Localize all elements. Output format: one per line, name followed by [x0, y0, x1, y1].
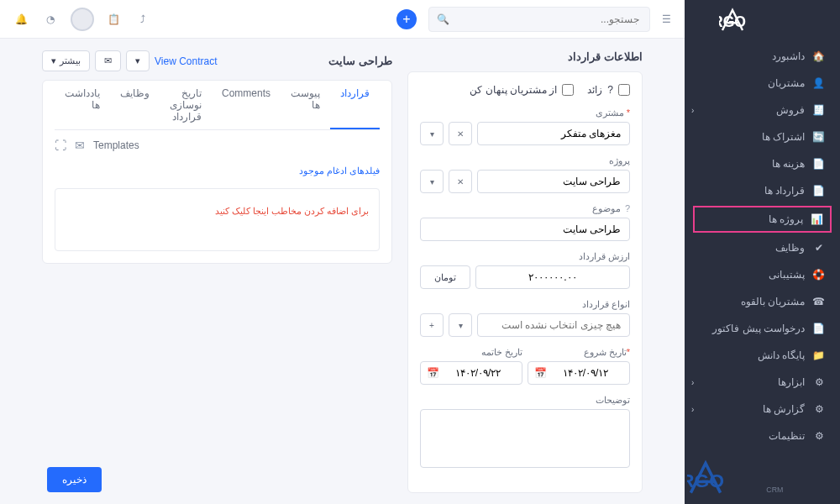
- sidebar-item-label: پشتیبانی: [769, 269, 805, 281]
- end-date-input[interactable]: [420, 361, 522, 385]
- start-date-input[interactable]: [528, 361, 630, 385]
- topbar: ☰ 🔍 + ⤴ 📋 ◔ 🔔: [0, 0, 685, 39]
- sidebar: RGO 🏠داشبورد👤مشتریان‹🧾فروش🔄اشتراک ها📄هزی…: [685, 0, 840, 504]
- svg-text:RGO: RGO: [719, 13, 746, 30]
- tab-4[interactable]: وظایف: [110, 81, 160, 129]
- mail-icon[interactable]: ✉: [75, 139, 85, 152]
- subject-input[interactable]: [420, 218, 630, 241]
- gear-icon: ⚙: [813, 376, 825, 388]
- value-input[interactable]: [475, 265, 630, 289]
- tab-3[interactable]: تاریخ نوسازی قرارداد: [160, 81, 212, 129]
- customer-select[interactable]: [477, 122, 630, 145]
- sidebar-item-label: پایگاه دانش: [758, 349, 805, 361]
- chevron-left-icon: ‹: [691, 378, 694, 387]
- merge-fields-link[interactable]: فیلدهای ادغام موجود: [55, 160, 380, 181]
- gear-icon: ⚙: [813, 403, 825, 415]
- sidebar-item-label: هزینه ها: [772, 158, 805, 170]
- currency-unit: تومان: [420, 265, 470, 289]
- hide-checkbox-label[interactable]: از مشتریان پنهان کن: [470, 84, 574, 96]
- support-icon: 🛟: [813, 269, 825, 281]
- chevron-left-icon: ‹: [691, 106, 694, 115]
- sidebar-item-8[interactable]: 🛟پشتیبانی: [685, 261, 840, 288]
- sidebar-item-10[interactable]: 📄درخواست پیش فاکتور: [685, 315, 840, 342]
- value-label: ارزش قرارداد: [420, 251, 630, 262]
- customer-chevron-icon[interactable]: ▾: [420, 122, 444, 145]
- sidebar-item-label: اشتراک ها: [762, 131, 805, 143]
- sidebar-item-6[interactable]: 📊پروژه ها: [693, 206, 832, 233]
- tab-1[interactable]: پیوست ها: [281, 81, 330, 129]
- project-label: پروژه: [420, 155, 630, 166]
- sidebar-item-4[interactable]: 📄هزینه ها: [685, 150, 840, 177]
- file-icon: 📄: [813, 323, 825, 334]
- mail-button[interactable]: ✉: [95, 50, 121, 71]
- end-date-label: تاریخ خاتمه: [420, 347, 522, 358]
- project-select[interactable]: [477, 170, 630, 193]
- search-icon: 🔍: [437, 13, 449, 25]
- filter-icon[interactable]: ☰: [662, 13, 671, 25]
- brand-logo: RGO: [685, 0, 840, 43]
- check-icon: ✔: [813, 242, 825, 254]
- save-button[interactable]: ذخیره: [47, 467, 102, 492]
- sidebar-item-label: پروژه ها: [769, 213, 803, 225]
- sidebar-item-label: مشتریان بالقوه: [741, 296, 805, 307]
- svg-text:RGO: RGO: [687, 470, 724, 491]
- sidebar-item-label: داشبورد: [772, 50, 805, 62]
- add-button[interactable]: +: [396, 9, 417, 29]
- file-icon: 📄: [813, 185, 825, 197]
- avatar[interactable]: [71, 8, 94, 31]
- folder-icon: 📁: [813, 349, 825, 361]
- tab-0[interactable]: قرارداد: [330, 81, 380, 129]
- project-chevron-icon[interactable]: ▾: [420, 170, 444, 193]
- start-date-label: *تاریخ شروع: [528, 347, 630, 358]
- junk-checkbox-label[interactable]: ?زائد: [587, 84, 630, 96]
- tab-5[interactable]: یادداشت ها: [55, 81, 110, 129]
- sidebar-item-label: تنظیمات: [769, 430, 805, 442]
- contract-info-title: اطلاعات قرارداد: [407, 50, 643, 63]
- sidebar-item-12[interactable]: ‹⚙ابزارها: [685, 369, 840, 396]
- project-clear-icon[interactable]: ✕: [449, 170, 472, 193]
- sidebar-item-label: وظایف: [775, 242, 805, 254]
- templates-link[interactable]: Templates: [93, 139, 139, 151]
- sidebar-item-label: مشتریان: [768, 77, 805, 89]
- sidebar-item-label: درخواست پیش فاکتور: [712, 323, 805, 334]
- sidebar-item-11[interactable]: 📁پایگاه دانش: [685, 342, 840, 369]
- sidebar-item-1[interactable]: 👤مشتریان: [685, 70, 840, 97]
- more-button[interactable]: بیشتر ▾: [42, 50, 90, 71]
- contract-form-card: ?زائد از مشتریان پنهان کن * مشتری ✕ ▾ پر…: [407, 71, 643, 493]
- sidebar-item-7[interactable]: ✔وظایف: [685, 234, 840, 261]
- junk-checkbox[interactable]: [618, 84, 630, 96]
- dropdown-button[interactable]: ▾: [126, 50, 150, 71]
- expand-icon[interactable]: ⛶: [55, 139, 66, 152]
- lead-icon: ☎: [813, 296, 825, 307]
- types-chevron-icon[interactable]: ▾: [449, 313, 472, 337]
- customer-clear-icon[interactable]: ✕: [449, 122, 472, 145]
- sidebar-item-0[interactable]: 🏠داشبورد: [685, 43, 840, 70]
- svg-text:CRM: CRM: [766, 486, 783, 494]
- search-input[interactable]: [428, 7, 650, 32]
- chevron-left-icon: ‹: [691, 405, 694, 414]
- share-icon[interactable]: ⤴: [134, 13, 151, 25]
- hide-checkbox[interactable]: [562, 84, 574, 96]
- page-title: طراحی سایت: [328, 55, 392, 67]
- sidebar-item-label: فروش: [776, 104, 805, 116]
- types-select[interactable]: [477, 313, 630, 337]
- clipboard-icon[interactable]: 📋: [106, 13, 123, 25]
- view-contract-link[interactable]: View Contract: [155, 55, 217, 67]
- sidebar-item-13[interactable]: ‹⚙گزارش ها: [685, 396, 840, 423]
- sidebar-item-9[interactable]: ☎مشتریان بالقوه: [685, 288, 840, 315]
- sidebar-item-3[interactable]: 🔄اشتراک ها: [685, 123, 840, 150]
- clock-icon[interactable]: ◔: [42, 13, 59, 25]
- doc-icon: 🧾: [813, 104, 825, 116]
- bell-icon[interactable]: 🔔: [13, 13, 30, 25]
- types-add-icon[interactable]: +: [420, 313, 444, 337]
- contact-dropzone[interactable]: برای اضافه کردن مخاطب اینجا کلیک کنید: [55, 188, 380, 251]
- sidebar-item-5[interactable]: 📄قرارداد ها: [685, 177, 840, 204]
- sidebar-item-label: گزارش ها: [763, 403, 805, 415]
- sidebar-item-14[interactable]: ⚙تنظیمات: [685, 423, 840, 449]
- project-icon: 📊: [811, 213, 823, 225]
- tab-2[interactable]: Comments: [212, 81, 281, 129]
- sidebar-item-label: ابزارها: [778, 376, 805, 388]
- sidebar-item-2[interactable]: ‹🧾فروش: [685, 97, 840, 123]
- desc-textarea[interactable]: [420, 409, 630, 468]
- gear-icon: ⚙: [813, 430, 825, 442]
